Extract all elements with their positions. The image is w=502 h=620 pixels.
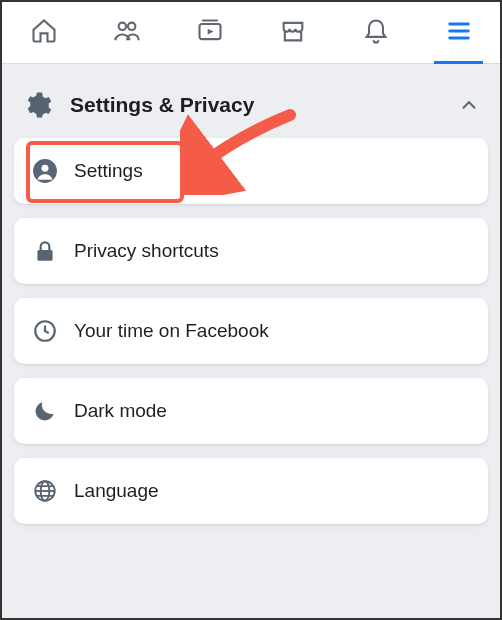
item-label: Your time on Facebook: [74, 320, 269, 342]
profile-circle-icon: [32, 158, 58, 184]
svg-point-0: [118, 22, 125, 29]
chevron-up-icon: [458, 94, 480, 116]
svg-point-7: [42, 165, 49, 172]
nav-home[interactable]: [2, 2, 85, 63]
gear-icon: [22, 90, 52, 120]
home-icon: [30, 17, 58, 49]
globe-icon: [32, 478, 58, 504]
item-dark-mode[interactable]: Dark mode: [14, 378, 488, 444]
item-your-time[interactable]: Your time on Facebook: [14, 298, 488, 364]
menu-icon: [445, 17, 473, 49]
watch-icon: [196, 17, 224, 49]
bell-icon: [362, 17, 390, 49]
friends-icon: [113, 17, 141, 49]
item-label: Dark mode: [74, 400, 167, 422]
section-title: Settings & Privacy: [70, 93, 458, 117]
clock-icon: [32, 318, 58, 344]
nav-marketplace[interactable]: [251, 2, 334, 63]
item-label: Privacy shortcuts: [74, 240, 219, 262]
item-settings[interactable]: Settings: [14, 138, 488, 204]
item-language[interactable]: Language: [14, 458, 488, 524]
nav-notifications[interactable]: [334, 2, 417, 63]
svg-point-1: [127, 22, 134, 29]
item-privacy-shortcuts[interactable]: Privacy shortcuts: [14, 218, 488, 284]
nav-watch[interactable]: [168, 2, 251, 63]
item-label: Settings: [74, 160, 143, 182]
nav-friends[interactable]: [85, 2, 168, 63]
nav-menu[interactable]: [417, 2, 500, 63]
top-nav: [2, 2, 500, 64]
marketplace-icon: [279, 17, 307, 49]
moon-icon: [32, 398, 58, 424]
section-header[interactable]: Settings & Privacy: [14, 80, 488, 138]
svg-rect-8: [37, 250, 52, 261]
item-label: Language: [74, 480, 159, 502]
content-area: Settings & Privacy Settings Privacy shor…: [2, 64, 500, 618]
lock-icon: [32, 238, 58, 264]
